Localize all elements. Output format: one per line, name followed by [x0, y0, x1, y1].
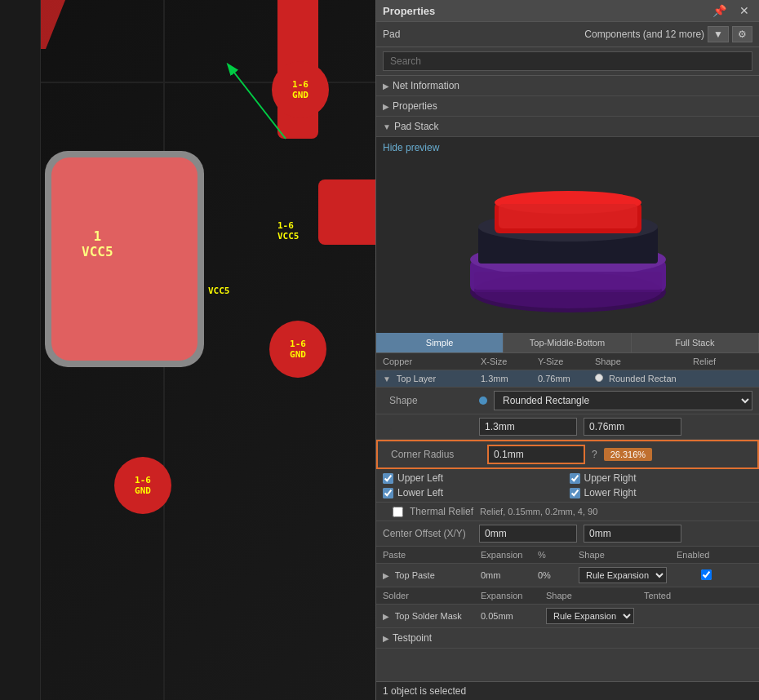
shape-dot — [595, 374, 603, 382]
lower-left-label: Lower Left — [397, 487, 443, 498]
hide-preview-link[interactable]: Hide preview — [383, 142, 439, 153]
pad-main-label: 1 VCC5 — [82, 228, 113, 259]
center-offset-x[interactable] — [479, 525, 577, 543]
y-size-input[interactable] — [584, 418, 681, 436]
solder-col-shape: Shape — [546, 591, 644, 600]
solder-col-tented: Tented — [644, 591, 709, 600]
xy-label: . — [389, 421, 479, 432]
lower-left-checkbox[interactable] — [383, 488, 393, 498]
status-text: 1 object is selected — [383, 685, 466, 697]
pad-3d-svg — [413, 153, 723, 317]
paste-col-expansion: Expansion — [481, 550, 538, 560]
xy-values — [479, 418, 752, 436]
header-copper: Copper — [383, 357, 481, 366]
pad-3d-visualization — [383, 153, 752, 317]
close-button[interactable]: ✕ — [736, 4, 752, 17]
solder-arrow: ▶ — [383, 612, 389, 621]
net-info-arrow: ▶ — [383, 82, 389, 91]
top-solder-mask-name: ▶ Top Solder Mask — [383, 611, 481, 621]
gnd-circle-bottom: 1-6GND — [114, 457, 171, 514]
solder-col-expansion: Expansion — [481, 591, 546, 600]
thermal-checkbox[interactable] — [393, 507, 403, 517]
filter-button[interactable]: ▼ — [708, 26, 729, 42]
top-paste-expansion: 0mm — [481, 570, 538, 580]
lower-right-checkbox[interactable] — [570, 488, 580, 498]
search-input[interactable] — [383, 51, 752, 71]
help-icon[interactable]: ? — [592, 449, 597, 460]
top-paste-shape-select[interactable]: Rule Expansion — [579, 567, 667, 583]
top-solder-expansion: 0.05mm — [481, 611, 546, 621]
header-xsize: X-Size — [481, 357, 538, 366]
properties-label: Properties — [393, 100, 437, 112]
solder-shape-select[interactable]: Rule Expansion — [546, 608, 634, 624]
upper-left-check: Upper Left — [383, 472, 566, 484]
upper-right-label: Upper Right — [584, 472, 637, 484]
pad-label-header: Pad — [383, 29, 400, 40]
annotation-arrow — [204, 49, 335, 147]
x-size-input[interactable] — [479, 418, 577, 436]
net-info-section[interactable]: ▶ Net Information — [376, 76, 759, 96]
options-button[interactable]: ⚙ — [732, 26, 752, 42]
top-solder-shape: Rule Expansion — [546, 608, 668, 624]
tab-simple[interactable]: Simple — [376, 333, 504, 352]
top-layer-ysize: 0.76mm — [538, 374, 595, 383]
lower-left-check: Lower Left — [383, 487, 566, 498]
properties-section[interactable]: ▶ Properties — [376, 96, 759, 117]
scrollable-content[interactable]: ▶ Net Information ▶ Properties ▼ Pad Sta… — [376, 76, 759, 681]
top-paste-percent: 0% — [538, 570, 579, 580]
pin-button[interactable]: 📌 — [709, 4, 730, 17]
shape-dot-blue — [479, 397, 487, 405]
testpoint-label: Testpoint — [393, 632, 432, 644]
center-offset-y[interactable] — [584, 525, 681, 543]
top-paste-name: ▶ Top Paste — [383, 570, 481, 580]
xy-row: . — [376, 414, 759, 440]
pad-stack-arrow: ▼ — [383, 122, 391, 131]
paste-col-paste: Paste — [383, 550, 481, 560]
corner-radius-row: Corner Radius ? 26.316% — [376, 440, 759, 469]
top-paste-row: ▶ Top Paste 0mm 0% Rule Expansion — [376, 564, 759, 587]
upper-right-check: Upper Right — [570, 472, 753, 484]
solder-header: Solder Expansion Shape Tented — [376, 587, 759, 605]
top-layer-row[interactable]: ▼ Top Layer 1.3mm 0.76mm Rounded Rectan — [376, 370, 759, 388]
components-count: Components (and 12 more) — [584, 29, 704, 40]
pcb-canvas: 1 VCC5 VCC5 1-6VCC5 GND 1-6GND 1-6GND 1-… — [0, 0, 375, 700]
header-shape: Shape — [595, 357, 693, 366]
upper-left-checkbox[interactable] — [383, 473, 393, 484]
net-info-label: Net Information — [393, 80, 459, 91]
tabs-row: Simple Top-Middle-Bottom Full Stack — [376, 333, 759, 353]
paste-col-percent: % — [538, 550, 579, 560]
top-paste-arrow: ▶ — [383, 571, 389, 580]
testpoint-section[interactable]: ▶ Testpoint — [376, 628, 759, 649]
gnd-circle-mid: 1-6GND — [269, 321, 326, 378]
copper-table-header: Copper X-Size Y-Size Shape Relief — [376, 353, 759, 370]
tab-top-middle-bottom[interactable]: Top-Middle-Bottom — [504, 333, 631, 352]
paste-col-enabled: Enabled — [677, 550, 742, 560]
vcc5-label: VCC5 — [208, 286, 230, 296]
properties-panel: Properties 📌 ✕ Pad Components (and 12 mo… — [375, 0, 759, 700]
shape-row: Shape Rounded Rectangle — [376, 388, 759, 414]
status-bar: 1 object is selected — [376, 681, 759, 700]
upper-right-checkbox[interactable] — [570, 473, 580, 484]
top-layer-name: ▼ Top Layer — [383, 374, 481, 383]
properties-arrow: ▶ — [383, 102, 389, 111]
tab-full-stack[interactable]: Full Stack — [632, 333, 759, 352]
corner-radius-input[interactable] — [487, 445, 585, 464]
top-paste-checkbox[interactable] — [701, 569, 712, 580]
header-relief: Relief — [693, 357, 758, 366]
lower-right-check: Lower Right — [570, 487, 753, 498]
svg-rect-11 — [474, 272, 662, 290]
lower-right-label: Lower Right — [584, 487, 637, 498]
paste-col-shape: Shape — [579, 550, 677, 560]
solder-row: ▶ Top Solder Mask 0.05mm Rule Expansion — [376, 605, 759, 628]
corner-radius-label: Corner Radius — [391, 449, 481, 460]
percentage-badge: 26.316% — [604, 448, 652, 461]
preview-area: Hide preview — [376, 137, 759, 333]
shape-select[interactable]: Rounded Rectangle — [494, 391, 752, 410]
search-bar — [376, 47, 759, 76]
center-offset-label: Center Offset (X/Y) — [383, 528, 473, 539]
pad-stack-section[interactable]: ▼ Pad Stack — [376, 117, 759, 137]
paste-header: Paste Expansion % Shape Enabled — [376, 547, 759, 564]
svg-line-1 — [229, 65, 286, 139]
vcc5-label2: 1-6VCC5 — [277, 220, 300, 241]
panel-header: Pad Components (and 12 more) ▼ ⚙ — [376, 22, 759, 47]
